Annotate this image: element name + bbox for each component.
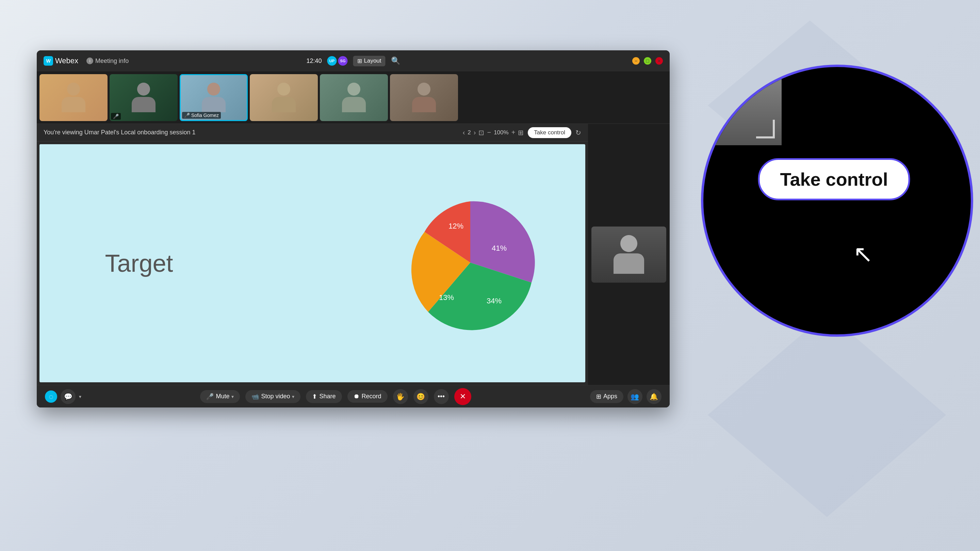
main-content: You're viewing Umar Patel's Local onboar… (37, 124, 670, 385)
label-13: 13% (439, 293, 454, 302)
zoom-video-corner (703, 67, 782, 145)
mute-dropdown-arrow: ▾ (231, 394, 234, 399)
fit-slide-button[interactable]: ⊡ (479, 129, 484, 137)
slide-number: 2 (468, 129, 471, 136)
dashed-border (592, 227, 666, 283)
zoom-circle-overlay: Take control ↖ (701, 65, 973, 337)
meeting-info-button[interactable]: i Meeting info (84, 56, 131, 66)
person-silhouette-1 (62, 83, 86, 112)
mic-icon-2: 🎤 (113, 114, 119, 119)
slide-frame: Target 41% (40, 144, 585, 382)
time-display: 12:40 (306, 57, 321, 65)
zoom-out-button[interactable]: − (487, 129, 491, 137)
participant-name-3: Sofia Gomez (191, 113, 219, 118)
record-label: Record (362, 393, 382, 400)
mic-icon-3: 🎤 (184, 113, 190, 118)
title-bar: W Webex i Meeting info 12:40 UP SG ⊞ Lay… (37, 50, 670, 71)
presentation-area: You're viewing Umar Patel's Local onboar… (37, 124, 588, 385)
window-controls: − □ × (632, 57, 663, 65)
webex-logo-icon: W (43, 56, 53, 66)
more-label: ••• (438, 392, 445, 400)
participant-thumb-1[interactable] (40, 74, 108, 121)
chat-button[interactable]: 💬 (60, 389, 76, 404)
webex-app-name: Webex (55, 56, 78, 65)
zoom-controls: ‹ 2 › ⊡ − 100% + ⊞ (463, 129, 524, 137)
label-34: 34% (487, 297, 501, 305)
pie-chart-container: 41% 34% 13% 12% (399, 191, 542, 335)
take-control-button[interactable]: Take control (528, 127, 571, 138)
apps-icon: ⊞ (596, 393, 601, 400)
participant-thumb-2[interactable]: 🎤 (110, 74, 178, 121)
zoom-level: 100% (494, 129, 508, 136)
reactions-button[interactable]: 🖐 (393, 389, 408, 404)
close-button[interactable]: × (655, 57, 663, 65)
record-icon: ⏺ (353, 393, 360, 400)
pie-chart: 41% 34% 13% 12% (399, 191, 542, 334)
layout-label: Layout (364, 57, 382, 64)
prev-slide-button[interactable]: ‹ (463, 129, 465, 137)
person-silhouette-4 (272, 83, 296, 112)
thumb-bg-1 (40, 74, 108, 121)
cursor-icon: ↖ (853, 240, 873, 268)
participant-thumb-4[interactable] (250, 74, 318, 121)
stop-video-button[interactable]: 📹 Stop video ▾ (245, 390, 301, 403)
participant-name-tag-2: 🎤 (111, 113, 121, 120)
thumb-bg-5 (320, 74, 388, 121)
side-panel (588, 124, 670, 385)
presentation-toolbar: You're viewing Umar Patel's Local onboar… (37, 124, 588, 141)
apps-button[interactable]: ⊞ Apps (590, 390, 624, 403)
meeting-info-label: Meeting info (95, 57, 129, 65)
participant-thumb-5[interactable] (320, 74, 388, 121)
zoom-take-control-button[interactable]: Take control (758, 158, 910, 200)
stop-video-label: Stop video (261, 393, 290, 400)
title-bar-center: 12:40 UP SG ⊞ Layout 🔍 (306, 56, 400, 66)
thumb-bg-6 (390, 74, 458, 121)
notifications-button[interactable]: 🔔 (646, 389, 662, 404)
slide-content: Target 41% (40, 144, 585, 382)
end-call-button[interactable]: ✕ (454, 388, 471, 405)
more-button[interactable]: ••• (434, 389, 449, 404)
participant-strip: 🎤 🎤 Sofia Gomez (37, 71, 670, 124)
video-button-icon: 📹 (251, 393, 259, 400)
share-button[interactable]: ⬆ Share (306, 390, 342, 403)
mute-button[interactable]: 🎤 Mute ▾ (200, 390, 240, 403)
avatar-2: SG (338, 56, 348, 66)
mic-button-icon: 🎤 (206, 393, 214, 400)
record-button[interactable]: ⏺ Record (347, 390, 388, 403)
apps-label: Apps (603, 393, 617, 400)
end-call-icon: ✕ (460, 392, 466, 401)
title-bar-left: W Webex i Meeting info (43, 56, 131, 66)
participant-thumb-6[interactable] (390, 74, 458, 121)
layout-button[interactable]: ⊞ Layout (353, 56, 385, 66)
layout-grid-button[interactable]: ⊞ (518, 129, 524, 137)
slide-title: Target (105, 249, 173, 277)
presenter-info: You're viewing Umar Patel's Local onboar… (43, 129, 459, 136)
label-12: 12% (449, 222, 463, 230)
side-video (592, 227, 666, 283)
bottom-toolbar: ◌ 💬 ▾ 🎤 Mute ▾ 📹 Stop video ▾ ⬆ Share ⏺ … (37, 385, 670, 408)
grid-icon: ⊞ (357, 57, 362, 65)
person-silhouette-6 (412, 83, 436, 112)
webex-logo: W Webex (43, 56, 78, 66)
maximize-button[interactable]: □ (644, 57, 651, 65)
thumb-bg-4 (250, 74, 318, 121)
person-silhouette-2 (132, 83, 156, 112)
minimize-button[interactable]: − (632, 57, 640, 65)
info-icon: i (86, 57, 93, 64)
search-button[interactable]: 🔍 (391, 56, 400, 65)
toolbar-right: ⊞ Apps 👥 🔔 (590, 389, 662, 404)
emoji-button[interactable]: 😊 (414, 389, 428, 404)
chat-dropdown-arrow: ▾ (79, 394, 81, 399)
webex-window: W Webex i Meeting info 12:40 UP SG ⊞ Lay… (37, 50, 670, 408)
participants-button[interactable]: 👥 (627, 389, 643, 404)
refresh-button[interactable]: ↻ (576, 129, 581, 137)
avatar-1: UP (327, 56, 337, 66)
share-label: Share (319, 393, 336, 400)
zoom-in-button[interactable]: + (511, 129, 515, 137)
mute-label: Mute (216, 393, 229, 400)
video-dropdown-arrow: ▾ (292, 394, 294, 399)
toolbar-left: ◌ 💬 ▾ (45, 389, 81, 404)
person-silhouette-5 (342, 83, 366, 112)
next-slide-button[interactable]: › (474, 129, 476, 137)
participant-thumb-3[interactable]: 🎤 Sofia Gomez (180, 74, 248, 121)
